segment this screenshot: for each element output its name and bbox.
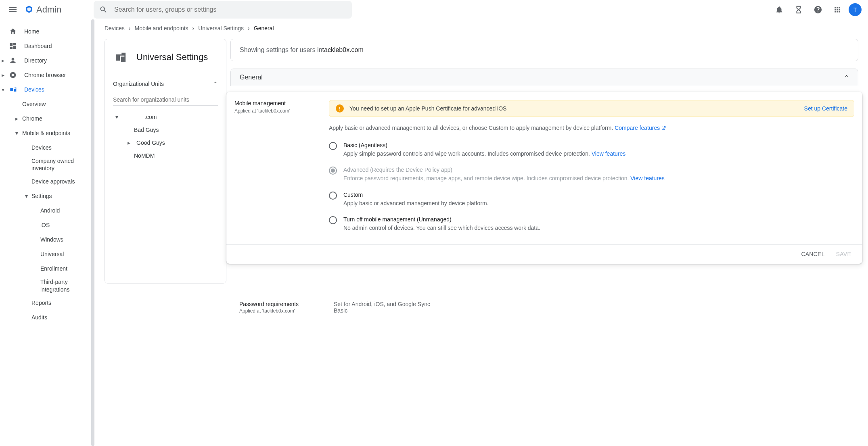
save-button[interactable]: SAVE [836,251,851,257]
home-icon [9,27,17,35]
nav-enrollment[interactable]: Enrollment [0,261,94,276]
hourglass-icon [794,5,803,14]
side-nav: Home Dashboard ▸Directory ▸Chrome browse… [0,19,95,446]
nav-ios[interactable]: iOS [0,218,94,232]
external-link-icon [661,125,666,131]
ou-item[interactable]: Bad Guys [105,123,226,136]
breadcrumb-item[interactable]: Mobile and endpoints [134,25,188,31]
chevron-up-icon: ⌃ [213,81,218,87]
tasks-button[interactable] [791,2,807,18]
nav-universal[interactable]: Universal [0,247,94,261]
chevron-down-icon: ▾ [2,86,4,93]
breadcrumb-item[interactable]: Universal Settings [198,25,244,31]
cancel-button[interactable]: CANCEL [801,251,824,257]
app-logo[interactable]: Admin [24,4,61,15]
app-header: Admin T [0,0,868,19]
chevron-right-icon: ▸ [2,72,4,78]
chevron-right-icon: ▸ [15,115,18,122]
devices-icon [9,85,17,94]
nav-company-inventory[interactable]: Company owned inventory [0,155,94,174]
ou-search-input[interactable] [113,94,218,106]
compare-features-link[interactable]: Compare features [615,125,666,131]
scope-card: Showing settings for users in tackleb0x.… [230,39,858,61]
breadcrumb-current: General [254,25,274,31]
chevron-right-icon: ▸ [125,140,132,146]
nav-mobile-endpoints[interactable]: ▾Mobile & endpoints [0,126,94,140]
nav-audits[interactable]: Audits [0,310,94,325]
radio-button[interactable] [329,167,337,175]
ou-item[interactable]: ▸Good Guys [105,136,226,149]
nav-reports[interactable]: Reports [0,296,94,310]
dashboard-icon [9,42,17,50]
chevron-down-icon: ▾ [15,130,18,136]
apps-button[interactable] [829,2,845,18]
mobile-management-card: Mobile management Applied at 'tackleb0x.… [226,92,862,264]
nav-settings[interactable]: ▾Settings [0,189,94,203]
devices-icon [113,50,127,64]
search-icon [99,5,108,14]
setting-title: Mobile management [234,100,319,106]
bell-icon [775,5,784,14]
hamburger-icon [8,5,18,15]
chevron-right-icon: › [192,25,195,31]
help-button[interactable] [810,2,826,18]
nav-devices[interactable]: ▾Devices [0,82,94,97]
option-basic[interactable]: Basic (Agentless) Apply simple password … [329,142,854,158]
search-bar[interactable] [94,1,352,19]
chrome-icon [9,71,17,79]
menu-button[interactable] [3,0,23,19]
nav-third-party[interactable]: Third-party integrations [0,276,94,295]
view-features-link[interactable]: View features [592,150,626,157]
option-off[interactable]: Turn off mobile management (Unmanaged) N… [329,216,854,232]
setting-applied-at: Applied at 'tackleb0x.com' [234,108,319,114]
setting-applied-at: Applied at 'tackleb0x.com' [239,308,324,314]
nav-android[interactable]: Android [0,203,94,218]
app-name: Admin [36,4,61,15]
nav-home[interactable]: Home [0,24,94,39]
chevron-right-icon: › [129,25,131,31]
chevron-down-icon: ▾ [113,114,120,120]
ou-root[interactable]: ▾.com [105,110,226,123]
nav-dashboard[interactable]: Dashboard [0,39,94,53]
nav-windows[interactable]: Windows [0,232,94,247]
ou-item[interactable]: NoMDM [105,149,226,162]
option-advanced[interactable]: Advanced (Requires the Device Policy app… [329,167,854,183]
chevron-right-icon: › [248,25,250,31]
management-options: Basic (Agentless) Apply simple password … [329,142,854,232]
password-requirements-row[interactable]: Password requirements Applied at 'tackle… [230,295,858,319]
person-icon [9,56,17,65]
search-input[interactable] [114,6,346,13]
breadcrumb-item[interactable]: Devices [105,25,125,31]
section-general-header[interactable]: General ⌃ [230,69,858,86]
nav-directory[interactable]: ▸Directory [0,53,94,68]
account-avatar[interactable]: T [849,3,862,16]
ou-section-toggle[interactable]: Organizational Units ⌃ [105,75,226,92]
nav-chrome-browser[interactable]: ▸Chrome browser [0,68,94,82]
setup-certificate-link[interactable]: Set up Certificate [804,105,847,112]
panel-title: Universal Settings [136,52,208,63]
setting-title: Password requirements [239,301,324,307]
warning-icon: ! [336,104,344,113]
svg-point-1 [12,74,15,77]
main-content: Devices › Mobile and endpoints › Univers… [95,19,868,446]
header-actions: T [771,2,865,18]
radio-button[interactable] [329,192,337,200]
settings-panel: Showing settings for users in tackleb0x.… [230,39,858,319]
chevron-right-icon: ▸ [2,57,4,64]
scope-domain: tackleb0x.com [322,46,364,54]
breadcrumb: Devices › Mobile and endpoints › Univers… [95,19,868,33]
apps-grid-icon [833,6,841,14]
nav-chrome[interactable]: ▸Chrome [0,111,94,126]
radio-button[interactable] [329,216,337,224]
chevron-down-icon: ▾ [25,193,28,199]
admin-logo-icon [24,5,34,15]
ou-tree: ▾.com Bad Guys ▸Good Guys NoMDM [105,109,226,283]
nav-device-approvals[interactable]: Device approvals [0,174,94,189]
nav-overview[interactable]: Overview [0,97,94,111]
nav-devices-sub[interactable]: Devices [0,140,94,155]
ou-panel: Universal Settings Organizational Units … [105,39,226,283]
option-custom[interactable]: Custom Apply basic or advanced managemen… [329,192,854,208]
notifications-button[interactable] [771,2,787,18]
radio-button[interactable] [329,142,337,150]
view-features-link[interactable]: View features [630,175,665,181]
